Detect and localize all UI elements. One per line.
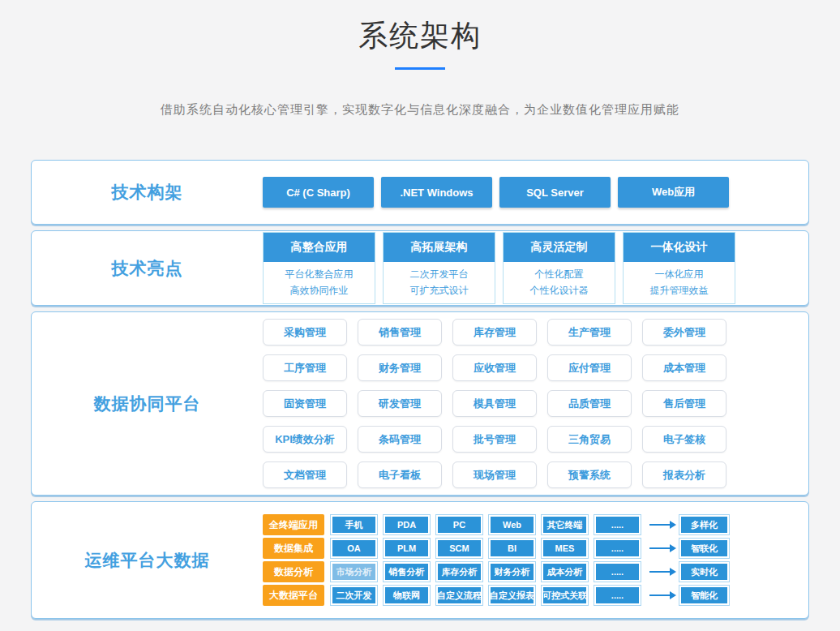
highlight-card-line: 高效协同作业: [264, 282, 375, 298]
tech-item-dotnet: .NET Windows: [381, 177, 492, 208]
highlight-card-integrated-design: 一体化设计 一体化应用 提升管理效益: [623, 232, 735, 304]
tech-item-csharp: C# (C Sharp): [263, 177, 374, 208]
module-button: 固资管理: [263, 390, 347, 417]
ops-item: 可控式关联: [542, 586, 588, 605]
ops-rows: 全终端应用 手机 PDA PC Web 其它终端 ..... 多样化 数据集成 …: [263, 514, 729, 606]
highlight-card-title: 一体化设计: [624, 233, 735, 262]
ops-item: PC: [436, 515, 482, 534]
ops-dots-item: .....: [594, 515, 641, 534]
module-button: 批号管理: [452, 426, 537, 453]
highlight-card-integration: 高整合应用 平台化整合应用 高效协同作业: [263, 232, 375, 304]
ops-dots-item: .....: [594, 539, 641, 558]
module-button: 预警系统: [547, 461, 632, 488]
tech-item-sqlserver: SQL Server: [499, 177, 611, 208]
system-architecture-page: 系统架构 借助系统自动化核心管理引擎，实现数字化与信息化深度融合，为企业数值化管…: [0, 0, 840, 631]
ops-item: 库存分析: [436, 562, 482, 582]
highlight-cards: 高整合应用 平台化整合应用 高效协同作业 高拓展架构 二次开发平台 可扩充式设计…: [263, 232, 735, 304]
module-button: 财务管理: [358, 354, 442, 381]
ops-item: MES: [542, 539, 588, 558]
module-button: 销售管理: [358, 319, 442, 346]
highlight-card-extensibility: 高拓展架构 二次开发平台 可扩充式设计: [383, 232, 495, 304]
ops-dots-item: .....: [594, 586, 641, 605]
highlight-card-line: 个性化设计器: [504, 282, 615, 298]
ops-row-analysis: 数据分析 市场分析 销售分析 库存分析 财务分析 成本分析 ..... 实时化: [263, 561, 729, 582]
module-button: 模具管理: [452, 390, 537, 417]
highlight-card-line: 一体化应用: [624, 266, 735, 282]
module-button: KPI绩效分析: [263, 426, 347, 453]
section-label-tech-framework: 技术构架: [32, 181, 263, 204]
ops-item: 成本分析: [542, 562, 588, 582]
highlight-card-line: 个性化配置: [504, 266, 615, 282]
highlight-card-line: 平台化整合应用: [264, 266, 375, 282]
ops-item: 市场分析: [331, 562, 377, 582]
highlight-card-title: 高拓展架构: [384, 233, 495, 262]
highlight-card-line: 提升管理效益: [624, 282, 735, 298]
ops-item: Web: [489, 515, 535, 534]
module-button: 电子看板: [358, 461, 442, 488]
highlight-card-line: 可扩充式设计: [384, 282, 495, 298]
ops-result: 智能化: [679, 586, 729, 605]
sections-container: 技术构架 C# (C Sharp) .NET Windows SQL Serve…: [31, 160, 809, 619]
module-grid: 采购管理 销售管理 库存管理 生产管理 委外管理 工序管理 财务管理 应收管理 …: [263, 319, 726, 488]
ops-item: PDA: [384, 515, 430, 534]
arrow-right-icon: [649, 571, 671, 573]
section-data-platform: 数据协同平台 采购管理 销售管理 库存管理 生产管理 委外管理 工序管理 财务管…: [31, 311, 809, 496]
ops-item: 销售分析: [384, 562, 430, 582]
module-button: 委外管理: [642, 319, 726, 346]
module-button: 售后管理: [642, 390, 726, 417]
highlight-card-flexibility: 高灵活定制 个性化配置 个性化设计器: [503, 232, 615, 304]
highlight-card-title: 高灵活定制: [504, 233, 615, 262]
ops-row-integration: 数据集成 OA PLM SCM BI MES ..... 智联化: [263, 538, 729, 559]
module-button: 报表分析: [642, 461, 726, 488]
module-button: 电子签核: [642, 426, 726, 453]
ops-category-label: 数据集成: [263, 538, 324, 559]
ops-item: SCM: [436, 539, 482, 558]
module-button: 成本管理: [642, 354, 726, 381]
tech-item-web: Web应用: [618, 177, 729, 208]
ops-item: 手机: [331, 515, 377, 534]
module-button: 条码管理: [358, 426, 442, 453]
section-tech-highlights: 技术亮点 高整合应用 平台化整合应用 高效协同作业 高拓展架构 二次开发平台 可…: [31, 230, 809, 306]
arrow-right-icon: [649, 595, 671, 596]
title-underline: [395, 67, 445, 70]
ops-item: 财务分析: [489, 562, 535, 582]
ops-result: 智联化: [679, 539, 729, 558]
ops-category-label: 大数据平台: [263, 585, 324, 606]
ops-item: BI: [489, 539, 535, 558]
section-label-ops-platform: 运维平台大数据: [32, 549, 263, 572]
module-button: 生产管理: [547, 319, 632, 346]
section-tech-framework: 技术构架 C# (C Sharp) .NET Windows SQL Serve…: [31, 160, 809, 225]
ops-item: OA: [331, 539, 377, 558]
ops-item: 物联网: [384, 586, 430, 605]
ops-item: 自定义流程: [436, 586, 482, 605]
arrow-right-icon: [649, 547, 671, 549]
ops-result: 实时化: [679, 562, 729, 582]
ops-category-label: 全终端应用: [263, 514, 324, 535]
module-button: 采购管理: [263, 319, 347, 346]
ops-dots-item: .....: [594, 562, 641, 582]
highlight-card-line: 二次开发平台: [384, 266, 495, 282]
module-button: 工序管理: [263, 354, 347, 381]
ops-item: 自定义报表: [489, 586, 535, 605]
module-button: 应付管理: [547, 354, 632, 381]
section-ops-platform: 运维平台大数据 全终端应用 手机 PDA PC Web 其它终端 ..... 多…: [31, 501, 809, 619]
module-button: 应收管理: [452, 354, 537, 381]
page-subtitle: 借助系统自动化核心管理引擎，实现数字化与信息化深度融合，为企业数值化管理应用赋能: [0, 102, 840, 118]
ops-item: PLM: [384, 539, 430, 558]
tech-framework-items: C# (C Sharp) .NET Windows SQL Server Web…: [263, 177, 729, 208]
section-label-tech-highlights: 技术亮点: [32, 257, 263, 280]
module-button: 文档管理: [263, 461, 347, 488]
arrow-right-icon: [649, 524, 671, 526]
ops-item: 二次开发: [331, 586, 377, 605]
page-title: 系统架构: [0, 0, 840, 56]
ops-row-bigdata: 大数据平台 二次开发 物联网 自定义流程 自定义报表 可控式关联 ..... 智…: [263, 585, 729, 606]
ops-item: 其它终端: [542, 515, 588, 534]
ops-row-terminals: 全终端应用 手机 PDA PC Web 其它终端 ..... 多样化: [263, 514, 729, 535]
module-button: 品质管理: [547, 390, 632, 417]
module-button: 库存管理: [452, 319, 537, 346]
module-button: 三角贸易: [547, 426, 632, 453]
module-button: 研发管理: [358, 390, 442, 417]
ops-result: 多样化: [679, 515, 729, 534]
ops-category-label: 数据分析: [263, 561, 324, 582]
highlight-card-title: 高整合应用: [264, 233, 375, 262]
